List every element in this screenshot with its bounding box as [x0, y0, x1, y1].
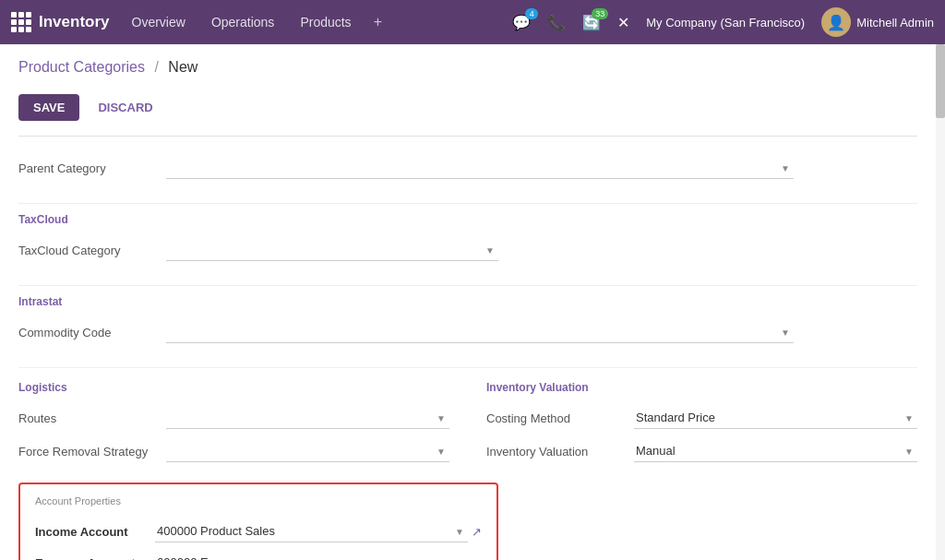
- income-account-row: Income Account 400000 Product Sales ▼ ↗: [35, 516, 482, 547]
- parent-category-row: Parent Category ▼: [18, 151, 917, 185]
- expense-account-select[interactable]: 600000 Expenses: [155, 552, 468, 560]
- save-button[interactable]: SAVE: [18, 94, 79, 121]
- logistics-title: Logistics: [18, 381, 449, 394]
- breadcrumb-parent[interactable]: Product Categories: [18, 59, 145, 75]
- taxcloud-category-control: ▼: [166, 239, 498, 261]
- costing-method-row: Costing Method Standard Price Average Co…: [486, 401, 917, 435]
- force-removal-control: ▼: [166, 440, 449, 462]
- expense-account-external-link-icon[interactable]: ↗: [472, 556, 482, 561]
- chat-icon-btn[interactable]: 💬 4: [507, 10, 536, 35]
- taxcloud-category-row: TaxCloud Category ▼: [18, 233, 917, 267]
- income-account-select[interactable]: 400000 Product Sales: [155, 520, 468, 542]
- scrollbar-thumb[interactable]: [936, 44, 945, 118]
- income-account-control: 400000 Product Sales ▼ ↗: [155, 520, 482, 542]
- commodity-code-row: Commodity Code ▼: [18, 316, 917, 349]
- account-properties-box: Account Properties Income Account 400000…: [18, 483, 498, 560]
- top-nav: Inventory Overview Operations Products +…: [0, 0, 945, 44]
- costing-method-control: Standard Price Average Cost (AVCO) First…: [634, 407, 917, 429]
- force-removal-select[interactable]: [166, 440, 449, 462]
- app-brand[interactable]: Inventory: [11, 12, 110, 32]
- inventory-valuation-title: Inventory Valuation: [486, 381, 917, 394]
- parent-category-label: Parent Category: [18, 161, 166, 175]
- logistics-col: Logistics Routes ▼: [18, 377, 449, 468]
- main-wrapper: Product Categories / New SAVE DISCARD Pa…: [0, 44, 945, 560]
- routes-label: Routes: [18, 411, 166, 425]
- breadcrumb-current: New: [168, 59, 197, 75]
- expense-account-label: Expense Account: [35, 556, 155, 561]
- nav-icon-group: 💬 4 📞 🔄 33 ✕: [507, 10, 635, 35]
- routes-control: ▼: [166, 407, 449, 429]
- brand-label: Inventory: [39, 13, 110, 31]
- routes-row: Routes ▼: [18, 401, 449, 435]
- nav-operations[interactable]: Operations: [200, 9, 285, 35]
- username: Mitchell Admin: [856, 16, 934, 30]
- inventory-valuation-control: Manual Automated ▼: [634, 440, 917, 462]
- inventory-valuation-select[interactable]: Manual Automated: [634, 440, 917, 462]
- income-account-label: Income Account: [35, 525, 155, 539]
- intrastat-title: Intrastat: [18, 295, 917, 308]
- chat-badge: 4: [525, 8, 538, 19]
- inventory-valuation-label: Inventory Valuation: [486, 445, 634, 459]
- user-avatar[interactable]: 👤: [821, 7, 851, 37]
- action-bar: SAVE DISCARD: [18, 87, 917, 137]
- costing-method-select[interactable]: Standard Price Average Cost (AVCO) First…: [634, 407, 917, 429]
- force-removal-row: Force Removal Strategy ▼: [18, 435, 449, 468]
- breadcrumb-separator: /: [154, 59, 158, 75]
- refresh-badge: 33: [592, 8, 608, 19]
- force-removal-label: Force Removal Strategy: [18, 445, 166, 459]
- expense-account-row: Expense Account 600000 Expenses ▼ ↗: [35, 547, 482, 560]
- form-content: Parent Category ▼ TaxCloud: [0, 137, 936, 560]
- commodity-code-label: Commodity Code: [18, 326, 166, 340]
- inventory-valuation-col: Inventory Valuation Costing Method Stand…: [486, 377, 917, 468]
- routes-select[interactable]: [166, 407, 449, 429]
- refresh-icon-btn[interactable]: 🔄 33: [577, 10, 606, 35]
- taxcloud-section: TaxCloud TaxCloud Category ▼: [18, 213, 917, 267]
- close-icon-btn[interactable]: ✕: [612, 10, 635, 35]
- taxcloud-category-select[interactable]: [166, 239, 498, 261]
- costing-method-label: Costing Method: [486, 411, 634, 425]
- nav-products[interactable]: Products: [289, 9, 362, 35]
- discard-button[interactable]: DISCARD: [87, 94, 163, 121]
- nav-overview[interactable]: Overview: [121, 9, 197, 35]
- account-properties-title: Account Properties: [35, 495, 482, 506]
- intrastat-section: Intrastat Commodity Code ▼: [18, 295, 917, 349]
- logistics-valuation-area: Logistics Routes ▼: [18, 377, 917, 468]
- scrollbar-track[interactable]: [936, 44, 945, 560]
- nav-add-button[interactable]: +: [366, 8, 389, 36]
- main-content: Product Categories / New SAVE DISCARD Pa…: [0, 44, 936, 560]
- parent-category-section: Parent Category ▼: [18, 151, 917, 185]
- income-account-external-link-icon[interactable]: ↗: [472, 525, 482, 539]
- breadcrumb: Product Categories / New: [18, 59, 917, 76]
- company-name: My Company (San Francisco): [639, 16, 812, 30]
- expense-account-control: 600000 Expenses ▼ ↗: [155, 552, 482, 560]
- commodity-code-control: ▼: [166, 321, 794, 343]
- parent-category-control: ▼: [166, 157, 794, 179]
- taxcloud-title: TaxCloud: [18, 213, 917, 226]
- page-header: Product Categories / New SAVE DISCARD: [0, 44, 936, 137]
- commodity-code-select[interactable]: [166, 321, 794, 343]
- parent-category-select[interactable]: [166, 157, 794, 179]
- phone-icon-btn[interactable]: 📞: [542, 10, 571, 35]
- taxcloud-category-label: TaxCloud Category: [18, 244, 166, 257]
- grid-icon: [11, 12, 31, 32]
- inventory-valuation-row: Inventory Valuation Manual Automated ▼: [486, 435, 917, 468]
